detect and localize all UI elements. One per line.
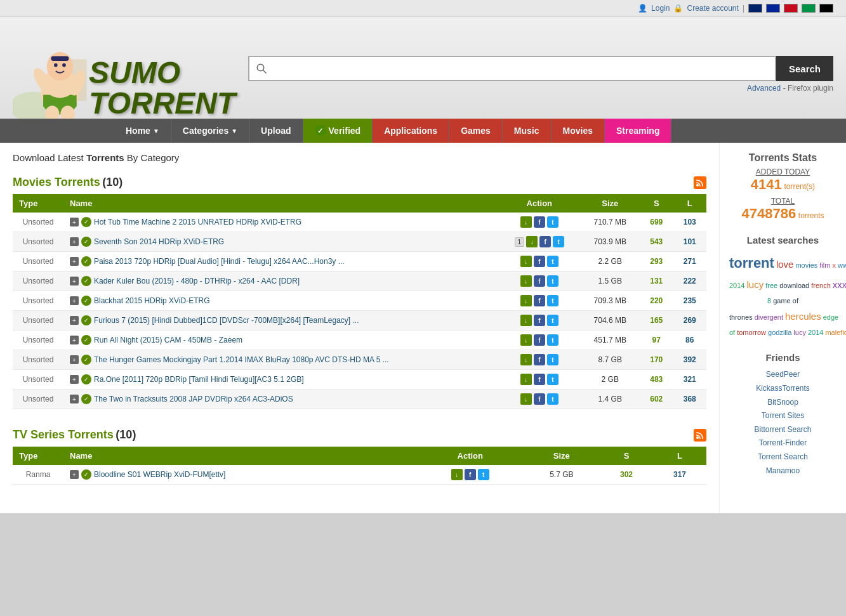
- twitter-icon[interactable]: t: [553, 236, 564, 247]
- nav-games[interactable]: Games: [449, 119, 503, 143]
- search-cloud-item[interactable]: www.sumotorrent.org: [838, 261, 846, 269]
- facebook-icon[interactable]: f: [534, 315, 545, 326]
- facebook-icon[interactable]: f: [539, 236, 551, 247]
- nav-streaming[interactable]: Streaming: [605, 119, 671, 143]
- search-cloud-item[interactable]: love: [776, 259, 794, 270]
- search-cloud-item[interactable]: maleficent: [825, 329, 846, 336]
- search-cloud-item[interactable]: french: [811, 282, 831, 289]
- twitter-icon[interactable]: t: [547, 256, 558, 267]
- friend-link[interactable]: SeedPeer: [729, 368, 836, 382]
- torrent-link[interactable]: Bloodline S01 WEBRip XviD-FUM[ettv]: [94, 470, 225, 479]
- torrent-link[interactable]: Kader Kuler Bou (2015) - 480p - DTHRip -…: [94, 277, 300, 285]
- download-icon[interactable]: ↓: [451, 469, 463, 480]
- search-cloud-item[interactable]: download: [779, 282, 809, 289]
- download-icon[interactable]: ↓: [520, 374, 532, 385]
- download-icon[interactable]: ↓: [520, 315, 532, 326]
- search-cloud-item[interactable]: x: [832, 261, 836, 269]
- nav-home[interactable]: Home ▼: [114, 119, 171, 143]
- torrent-link[interactable]: Seventh Son 2014 HDRip XViD-ETRG: [94, 237, 224, 246]
- twitter-icon[interactable]: t: [478, 469, 489, 480]
- search-cloud-item[interactable]: divergent: [755, 313, 783, 321]
- add-icon[interactable]: +: [70, 470, 79, 479]
- search-input[interactable]: [248, 56, 776, 81]
- search-cloud-item[interactable]: lucy: [746, 279, 763, 290]
- flag-fr[interactable]: [766, 4, 780, 13]
- search-cloud-item[interactable]: film: [819, 261, 830, 269]
- torrent-link[interactable]: Ra.One [2011] 720p BDRip [Tamil Hindi Te…: [94, 375, 304, 384]
- torrent-link[interactable]: The Hunger Games Mockingjay Part 1.2014 …: [94, 355, 389, 364]
- flag-de[interactable]: [819, 4, 833, 13]
- twitter-icon[interactable]: t: [547, 393, 558, 405]
- add-icon[interactable]: +: [70, 277, 79, 285]
- nav-verified[interactable]: ✓ Verified: [303, 119, 373, 143]
- torrent-link[interactable]: Paisa 2013 720p HDRip [Dual Audio] [Hind…: [94, 257, 345, 266]
- login-link[interactable]: Login: [651, 4, 670, 13]
- facebook-icon[interactable]: f: [534, 354, 545, 365]
- add-icon[interactable]: +: [70, 336, 79, 344]
- search-cloud-item[interactable]: godzilla: [768, 329, 791, 336]
- torrent-link[interactable]: The Two in Tracksuits 2008 JAP DVDRip x2…: [94, 395, 293, 403]
- friend-link[interactable]: Manamoo: [729, 464, 836, 478]
- download-icon[interactable]: ↓: [520, 393, 532, 405]
- friend-link[interactable]: Torrent Sites: [729, 409, 836, 423]
- search-cloud-item[interactable]: lucy: [793, 329, 806, 336]
- search-cloud-item[interactable]: tomorrow: [737, 329, 766, 336]
- torrent-link[interactable]: Furious 7 (2015) [Hindi Dubbed]1CD [DVDS…: [94, 316, 359, 325]
- download-icon[interactable]: ↓: [520, 256, 532, 267]
- friend-link[interactable]: Torrent Search: [729, 450, 836, 464]
- nav-categories[interactable]: Categories ▼: [171, 119, 249, 143]
- download-icon[interactable]: ↓: [520, 334, 532, 346]
- flag-en[interactable]: [748, 4, 762, 13]
- download-icon[interactable]: ↓: [526, 236, 538, 247]
- nav-upload[interactable]: Upload: [249, 119, 303, 143]
- torrent-link[interactable]: Run All Night (2015) CAM - 450MB - Zaeem: [94, 336, 242, 344]
- twitter-icon[interactable]: t: [547, 354, 558, 365]
- search-cloud-item[interactable]: xxx: [833, 279, 846, 290]
- friend-link[interactable]: BitSnoop: [729, 396, 836, 410]
- twitter-icon[interactable]: t: [547, 216, 558, 228]
- facebook-icon[interactable]: f: [534, 334, 545, 346]
- facebook-icon[interactable]: f: [534, 275, 545, 287]
- search-cloud-item[interactable]: 2014: [808, 329, 823, 336]
- download-icon[interactable]: ↓: [520, 275, 532, 287]
- facebook-icon[interactable]: f: [534, 256, 545, 267]
- twitter-icon[interactable]: t: [547, 275, 558, 287]
- twitter-icon[interactable]: t: [547, 315, 558, 326]
- flag-es[interactable]: [784, 4, 798, 13]
- facebook-icon[interactable]: f: [534, 374, 545, 385]
- add-icon[interactable]: +: [70, 218, 79, 226]
- download-icon[interactable]: ↓: [520, 216, 532, 228]
- facebook-icon[interactable]: f: [534, 393, 545, 405]
- add-icon[interactable]: +: [70, 375, 79, 384]
- add-icon[interactable]: +: [70, 355, 79, 364]
- search-cloud-item[interactable]: free: [765, 282, 777, 289]
- add-icon[interactable]: +: [70, 395, 79, 403]
- add-icon[interactable]: +: [70, 316, 79, 325]
- add-icon[interactable]: +: [70, 237, 79, 246]
- facebook-icon[interactable]: f: [534, 216, 545, 228]
- download-icon[interactable]: ↓: [520, 354, 532, 365]
- nav-movies[interactable]: Movies: [552, 119, 605, 143]
- tvseries-rss-icon[interactable]: [694, 429, 706, 442]
- twitter-icon[interactable]: t: [547, 334, 558, 346]
- torrent-link[interactable]: Hot Tub Time Machine 2 2015 UNRATED HDRi…: [94, 218, 301, 226]
- add-icon[interactable]: +: [70, 257, 79, 266]
- facebook-icon[interactable]: f: [465, 469, 476, 480]
- friend-link[interactable]: KickassTorrents: [729, 382, 836, 396]
- flag-it[interactable]: [802, 4, 816, 13]
- add-icon[interactable]: +: [70, 296, 79, 305]
- advanced-search-link[interactable]: Advanced: [747, 84, 781, 93]
- movies-rss-icon[interactable]: [694, 176, 706, 189]
- friend-link[interactable]: Torrent-Finder: [729, 436, 836, 450]
- create-account-link[interactable]: Create account: [687, 4, 738, 13]
- nav-music[interactable]: Music: [503, 119, 552, 143]
- search-button[interactable]: Search: [776, 56, 833, 81]
- nav-applications[interactable]: Applications: [373, 119, 449, 143]
- torrent-link[interactable]: Blackhat 2015 HDRip XViD-ETRG: [94, 296, 210, 305]
- search-cloud-item[interactable]: torrent: [729, 255, 774, 271]
- search-cloud-item[interactable]: movies: [795, 261, 817, 269]
- friend-link[interactable]: Bittorrent Search: [729, 423, 836, 437]
- twitter-icon[interactable]: t: [547, 295, 558, 306]
- search-cloud-item[interactable]: hercules: [785, 311, 821, 322]
- twitter-icon[interactable]: t: [547, 374, 558, 385]
